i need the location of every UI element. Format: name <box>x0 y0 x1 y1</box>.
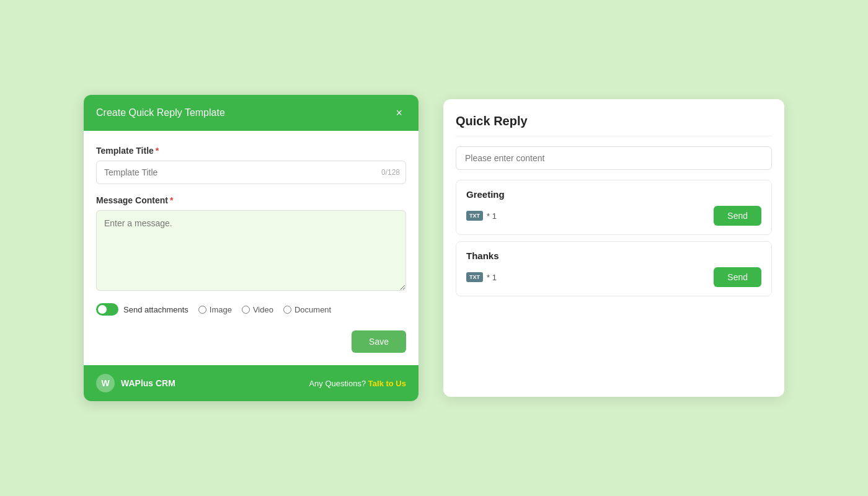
message-content-label: Message Content * <box>96 195 406 205</box>
thanks-row: TXT * 1 Send <box>466 267 761 287</box>
radio-video-label: Video <box>253 305 273 314</box>
radio-video-input[interactable] <box>242 306 250 314</box>
radio-image-label: Image <box>210 305 232 314</box>
greeting-row: TXT * 1 Send <box>466 206 761 226</box>
template-greeting-item: Greeting TXT * 1 Send <box>456 180 772 235</box>
toggle-label: Send attachments <box>123 305 188 314</box>
panel-footer: W WAPlus CRM Any Questions? Talk to Us <box>84 365 418 401</box>
toggle-slider <box>96 303 118 316</box>
talk-to-us-link[interactable]: Talk to Us <box>368 379 406 388</box>
attachments-row: Send attachments Image Video Document <box>96 303 406 316</box>
thanks-file-count: * 1 <box>487 273 497 282</box>
footer-brand: W WAPlus CRM <box>96 374 175 392</box>
quick-reply-panel: Quick Reply Greeting TXT * 1 Send Thanks… <box>443 99 784 397</box>
send-attachments-toggle[interactable]: Send attachments <box>96 303 188 316</box>
char-count: 0/128 <box>381 168 400 177</box>
template-title-label: Template Title * <box>96 146 406 156</box>
save-btn-row: Save <box>96 330 406 353</box>
radio-image-input[interactable] <box>198 306 206 314</box>
save-button[interactable]: Save <box>352 330 406 353</box>
message-content-textarea[interactable] <box>96 210 406 291</box>
footer-question: Any Questions? Talk to Us <box>309 379 406 388</box>
greeting-txt-badge: TXT <box>466 211 483 221</box>
panel-body: Template Title * 0/128 Message Content *… <box>84 131 418 365</box>
greeting-file-count: * 1 <box>487 211 497 221</box>
greeting-send-button[interactable]: Send <box>714 206 761 226</box>
toggle-switch[interactable] <box>96 303 118 316</box>
content-search-input[interactable] <box>456 146 772 170</box>
required-star-2: * <box>170 195 173 205</box>
thanks-title: Thanks <box>466 250 761 261</box>
template-title-field: 0/128 <box>96 161 406 184</box>
radio-video[interactable]: Video <box>242 305 273 314</box>
greeting-title: Greeting <box>466 189 761 200</box>
template-title-input[interactable] <box>96 161 406 184</box>
close-button[interactable]: × <box>392 106 406 120</box>
panel-title: Create Quick Reply Template <box>96 107 225 118</box>
thanks-txt-badge: TXT <box>466 272 483 282</box>
thanks-send-button[interactable]: Send <box>714 267 761 287</box>
required-star: * <box>156 146 159 156</box>
brand-name: WAPlus CRM <box>121 378 175 388</box>
radio-image[interactable]: Image <box>198 305 232 314</box>
radio-document[interactable]: Document <box>283 305 331 314</box>
radio-document-label: Document <box>294 305 331 314</box>
quick-reply-title: Quick Reply <box>456 114 772 136</box>
create-template-panel: Create Quick Reply Template × Template T… <box>84 95 418 401</box>
thanks-file-info: TXT * 1 <box>466 272 497 282</box>
panel-header: Create Quick Reply Template × <box>84 95 418 131</box>
footer-logo: W <box>96 374 115 392</box>
greeting-file-info: TXT * 1 <box>466 211 497 221</box>
radio-document-input[interactable] <box>283 306 291 314</box>
template-thanks-item: Thanks TXT * 1 Send <box>456 241 772 296</box>
